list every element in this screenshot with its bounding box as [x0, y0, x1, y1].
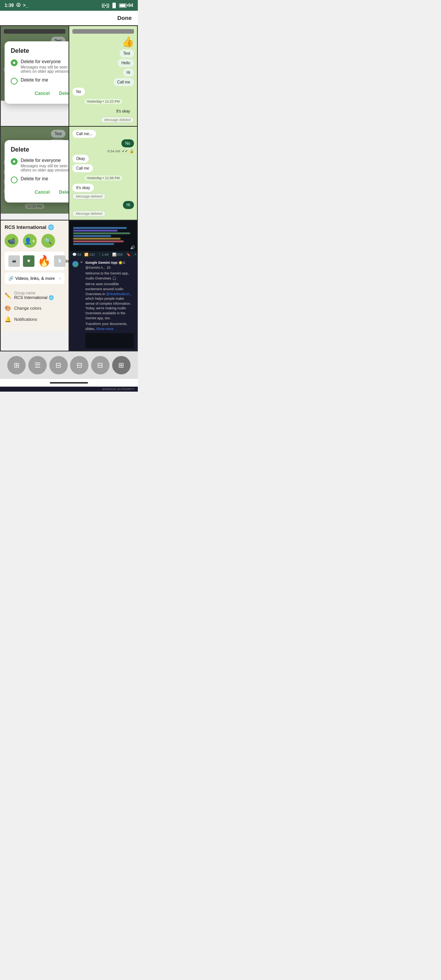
msg-deleted-mr1: Message deleted	[72, 193, 106, 199]
share-icon: ↗	[134, 253, 137, 256]
delete-dialog-2[interactable]: Delete Delete for everyone Messages may …	[5, 140, 69, 203]
screenshot-grid: Test Hello Hi No Message deleted Delete	[0, 25, 138, 351]
pencil-icon: ✏️	[5, 292, 11, 299]
img-thumb-1: 📷	[8, 255, 20, 267]
close-icon[interactable]: ✕	[80, 260, 83, 264]
cell-bot-left: RCS International 🌐 📹 👤+ 🔍 📷 ⌚ 🔥	[0, 220, 69, 351]
dialog-title-1: Delete	[11, 47, 69, 54]
done-button[interactable]: Done	[118, 15, 132, 21]
retweet-action[interactable]: 🔁 242	[84, 253, 95, 256]
bell-icon: 🔔	[5, 316, 11, 322]
thumbs-up-right: 👍	[122, 36, 134, 48]
signal-icon: ▐▌	[111, 3, 118, 8]
bookmark-action[interactable]: 🔖	[126, 253, 131, 256]
volume-icon: 🔊	[130, 245, 135, 250]
home-indicator	[0, 379, 138, 387]
battery-percent: 94	[128, 3, 133, 8]
radio-me-2[interactable]: Delete for me	[11, 176, 69, 183]
group-name-value: RCS International 🌐	[14, 295, 54, 300]
dialog-title-2: Delete	[11, 146, 69, 153]
gemini-post: ✕ Google Gemini App 🌟G @Gemini A... 1h W…	[69, 258, 137, 351]
delete-button-1[interactable]: Delete	[57, 89, 69, 98]
cancel-button-2[interactable]: Cancel	[33, 188, 52, 196]
gemini-verified: 🌟G	[118, 261, 125, 265]
notifications-row[interactable]: 🔔 Notifications	[5, 314, 65, 325]
code-screenshot: 🔊	[69, 220, 137, 251]
status-left: 1:39 ⦿ >_	[5, 3, 28, 8]
heart-icon: ♡	[98, 253, 101, 256]
radio-selected-2[interactable]	[11, 158, 18, 165]
gemini-text: Google Gemini App 🌟G @Gemini A... 1h Wel…	[85, 260, 134, 348]
msg-hi-mr: Hi	[123, 201, 134, 209]
add-member-button[interactable]: 👤+	[23, 234, 37, 248]
lock-icon-mr: 🔒	[129, 149, 134, 153]
grid-icon-1: ⊞	[14, 361, 20, 369]
split-icon-3: ⊟	[97, 361, 103, 369]
msg-deleted-r: Message deleted	[101, 117, 134, 123]
video-icon: 📹	[8, 237, 15, 245]
status-right: ((•)) ▐▌ 94	[101, 3, 133, 8]
like-action[interactable]: ♡ 1.6K	[98, 253, 109, 256]
twitter-panel: 🔊 💬 84 🔁 242 ♡ 1.6K 📊 85K	[69, 220, 137, 351]
msg-test-r: Test	[119, 49, 134, 57]
add-person-icon: 👤+	[24, 237, 35, 245]
like-count: 1.6K	[102, 253, 109, 256]
radio-sublabel-1: Messages may still be seen by others on …	[21, 65, 69, 74]
radio-unselected-1[interactable]	[11, 78, 18, 85]
wifi-icon: ((•))	[101, 3, 109, 8]
bar-chart-icon: 📊	[112, 253, 116, 256]
change-colors-row[interactable]: 🎨 Change colors	[5, 303, 65, 314]
nav-button-3[interactable]: ⊟	[49, 356, 68, 374]
share-action[interactable]: ↗	[134, 253, 137, 256]
edit-group-row[interactable]: ✏️ Group name RCS International 🌐	[5, 289, 65, 303]
tweet-actions: 💬 84 🔁 242 ♡ 1.6K 📊 85K 🔖	[69, 251, 137, 258]
nav-button-2[interactable]: ☰	[28, 356, 47, 374]
retweet-count: 242	[89, 253, 95, 256]
img-thumb-2: ⌚	[23, 255, 34, 267]
link-icon: 🔗	[8, 276, 14, 281]
terminal-icon: >_	[23, 3, 28, 8]
cancel-button-1[interactable]: Cancel	[33, 89, 52, 98]
images-section[interactable]: 📷 ⌚ 🔥 📄 Images 99+ ›	[5, 252, 65, 270]
rcs-action-icons: 📹 👤+ 🔍	[5, 234, 65, 248]
msg-deleted-mr2: Message deleted	[72, 211, 106, 217]
delete-button-2[interactable]: Delete	[57, 188, 69, 196]
delete-dialog-1[interactable]: Delete Delete for everyone Messages may …	[5, 41, 69, 104]
cell-mid-left: Test Hello Hi Hi Hello Hi No Sorry 🤷	[0, 126, 69, 220]
radio-everyone-2[interactable]: Delete for everyone Messages may still b…	[11, 158, 69, 172]
msg-hello-r: Hello	[118, 59, 134, 67]
gemini-time: 1h	[107, 266, 111, 270]
video-thumbnail	[85, 333, 134, 348]
search-button[interactable]: 🔍	[41, 234, 55, 248]
videos-section[interactable]: 🔗 Videos, links, & more ›	[5, 273, 65, 284]
radio-label-me-2: Delete for me	[21, 176, 48, 181]
reply-action[interactable]: 💬 84	[72, 253, 81, 256]
nav-button-1[interactable]: ⊞	[7, 356, 26, 374]
radio-selected-1[interactable]	[11, 59, 18, 66]
msg-callme2-mr: Call me	[72, 164, 93, 172]
views-action[interactable]: 📊 85K	[112, 253, 123, 256]
img-thumb-3: 📄	[54, 255, 65, 267]
msg-itsokay-mr: It's okay	[72, 184, 94, 192]
radio-everyone-1[interactable]: Delete for everyone Messages may still b…	[11, 59, 69, 74]
nav-button-6[interactable]: ⊞	[112, 356, 131, 374]
radio-unselected-2[interactable]	[11, 176, 18, 183]
rcs-header: RCS International 🌐	[5, 224, 65, 230]
msg-callme-r: Call me	[113, 78, 134, 86]
radio-label-everyone-1: Delete for everyone	[21, 59, 69, 64]
radio-me-1[interactable]: Delete for me	[11, 77, 69, 85]
notebook-link[interactable]: @NotebookLM	[106, 292, 129, 296]
palette-icon: 🎨	[5, 305, 11, 311]
show-more-link[interactable]: Show more	[96, 327, 114, 331]
radio-label-me-1: Delete for me	[21, 77, 48, 83]
gemini-author: Google Gemini App	[85, 261, 118, 265]
msg-itsokay-r: It's okay	[113, 107, 134, 115]
video-call-button[interactable]: 📹	[5, 234, 18, 248]
edit-section: ✏️ Group name RCS International 🌐 🎨 Chan…	[5, 286, 65, 327]
rcs-group-name: RCS International 🌐	[5, 224, 54, 230]
nav-button-4[interactable]: ⊟	[70, 356, 88, 374]
top-bar: Done	[0, 11, 138, 25]
timestamp-r1: Yesterday • 11:22 PM	[84, 99, 122, 104]
nav-button-5[interactable]: ⊟	[91, 356, 109, 374]
view-count: 85K	[117, 253, 123, 256]
